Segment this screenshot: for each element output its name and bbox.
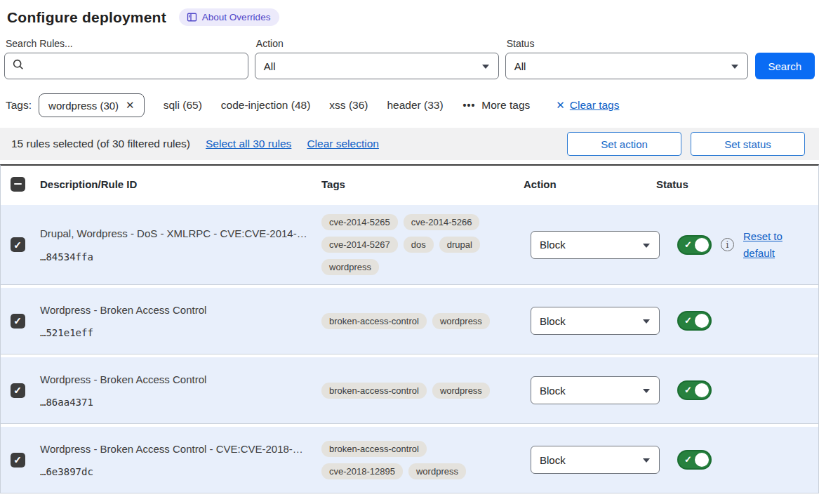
- tag-chip: wordpress: [432, 313, 490, 329]
- tag-chip: cve-2014-5266: [404, 214, 480, 230]
- toggle-check-icon: ✓: [684, 239, 692, 250]
- select-all-link[interactable]: Select all 30 rules: [206, 138, 291, 150]
- info-icon[interactable]: i: [721, 238, 734, 251]
- search-button[interactable]: Search: [755, 53, 815, 79]
- configure-deployment-page: Configure deployment About Overrides Sea…: [0, 8, 819, 493]
- row-checkbox[interactable]: ✓: [11, 453, 25, 467]
- rule-enabled-toggle[interactable]: ✓: [677, 450, 712, 470]
- rule-action-value: Block: [540, 315, 566, 327]
- about-overrides-label: About Overrides: [202, 12, 271, 22]
- row-checkbox[interactable]: ✓: [11, 237, 25, 252]
- row-checkbox-cell: ✓: [1, 383, 34, 398]
- column-header-tags: Tags: [315, 178, 517, 190]
- rule-action-select[interactable]: Block: [531, 376, 660, 404]
- search-rules-input[interactable]: [30, 60, 241, 72]
- selection-bar: 15 rules selected (of 30 filtered rules)…: [0, 128, 819, 160]
- chevron-down-icon: [643, 458, 650, 463]
- row-checkbox[interactable]: ✓: [11, 383, 25, 398]
- column-header-status: Status: [656, 178, 818, 190]
- chevron-down-icon: [643, 389, 650, 393]
- tag-xss[interactable]: xss (36): [329, 99, 368, 112]
- rule-action-select[interactable]: Block: [531, 231, 660, 259]
- toggle-check-icon: ✓: [684, 315, 692, 326]
- clear-tags-icon: ✕: [556, 99, 565, 112]
- status-filter-value: All: [514, 60, 526, 72]
- tag-sqli[interactable]: sqli (65): [164, 99, 202, 112]
- toggle-knob: [695, 383, 709, 397]
- table-row: ✓ Wordpress - Broken Access Control - CV…: [1, 427, 818, 493]
- chevron-down-icon: [482, 65, 489, 69]
- header-checkbox-cell: [1, 177, 34, 192]
- rule-action-value: Block: [540, 454, 566, 466]
- rule-action-select[interactable]: Block: [531, 307, 660, 335]
- page-header: Configure deployment About Overrides: [7, 8, 819, 26]
- search-rules-label: Search Rules...: [6, 38, 248, 49]
- table-header-row: Description/Rule ID Tags Action Status: [1, 166, 818, 202]
- tag-chip: wordpress: [432, 383, 490, 399]
- checkmark-icon: ✓: [13, 385, 22, 395]
- rule-tags-cell: cve-2014-5265cve-2014-5266cve-2014-5267d…: [315, 214, 517, 275]
- column-header-description: Description/Rule ID: [34, 178, 315, 190]
- clear-tags-label: Clear tags: [570, 99, 620, 112]
- ellipsis-icon: •••: [463, 100, 476, 111]
- checkmark-icon: ✓: [13, 240, 22, 250]
- status-filter-group: Status All: [505, 38, 748, 79]
- select-all-checkbox[interactable]: [11, 177, 25, 192]
- chevron-down-icon: [643, 244, 650, 248]
- page-title: Configure deployment: [7, 9, 166, 26]
- rule-status-cell: ✓: [656, 311, 818, 331]
- more-tags-button[interactable]: ••• More tags: [463, 99, 531, 112]
- tag-header[interactable]: header (33): [387, 99, 443, 112]
- search-rules-box: [4, 53, 248, 79]
- chevron-down-icon: [643, 319, 650, 324]
- selected-tag-wordpress[interactable]: wordpress (30) ✕: [39, 93, 145, 117]
- tag-chip-list: broken-access-controlwordpress: [321, 313, 517, 329]
- rule-enabled-toggle[interactable]: ✓: [677, 380, 712, 400]
- filter-bar: Search Rules... Action All Status: [4, 38, 815, 79]
- action-filter-select[interactable]: All: [255, 53, 499, 79]
- rule-description-cell: Drupal, Wordpress - DoS - XMLRPC - CVE:C…: [34, 227, 315, 262]
- tag-chip-list: broken-access-controlcve-2018-12895wordp…: [321, 441, 517, 479]
- tag-chip: drupal: [439, 237, 480, 253]
- search-rules-field-group: Search Rules...: [4, 38, 248, 79]
- clear-selection-link[interactable]: Clear selection: [307, 138, 379, 150]
- table-row: ✓ Wordpress - Broken Access Control …86a…: [1, 357, 818, 424]
- rule-enabled-toggle[interactable]: ✓: [677, 311, 712, 331]
- column-header-action: Action: [517, 178, 656, 190]
- row-checkbox-cell: ✓: [1, 237, 34, 252]
- tag-code-injection[interactable]: code-injection (48): [221, 99, 311, 112]
- row-checkbox[interactable]: ✓: [11, 314, 25, 329]
- toggle-check-icon: ✓: [684, 385, 692, 395]
- set-status-button[interactable]: Set status: [691, 132, 805, 156]
- tag-chip: cve-2018-12895: [321, 463, 403, 479]
- rule-tags-cell: broken-access-controlcve-2018-12895wordp…: [315, 441, 517, 479]
- row-checkbox-cell: ✓: [1, 314, 34, 329]
- rule-action-value: Block: [540, 239, 566, 251]
- toggle-knob: [695, 238, 709, 252]
- rule-action-select[interactable]: Block: [531, 446, 660, 474]
- tag-chip-list: cve-2014-5265cve-2014-5266cve-2014-5267d…: [321, 214, 517, 275]
- rule-tags-cell: broken-access-controlwordpress: [315, 313, 517, 329]
- set-action-button[interactable]: Set action: [567, 132, 681, 156]
- toggle-knob: [695, 453, 709, 467]
- rule-id: …86aa4371: [40, 397, 315, 408]
- rule-action-cell: Block: [517, 231, 656, 259]
- reset-to-default-link[interactable]: Reset to default: [743, 228, 792, 262]
- row-checkbox-cell: ✓: [1, 453, 34, 467]
- tag-chip-list: broken-access-controlwordpress: [321, 383, 517, 399]
- table-row: ✓ Drupal, Wordpress - DoS - XMLRPC - CVE…: [1, 205, 818, 285]
- rule-status-cell: ✓ i Reset to default: [656, 228, 818, 262]
- about-overrides-badge[interactable]: About Overrides: [179, 8, 280, 26]
- tags-label: Tags:: [6, 99, 32, 112]
- clear-tags-button[interactable]: ✕ Clear tags: [556, 99, 619, 112]
- rule-status-cell: ✓: [656, 380, 818, 400]
- remove-tag-icon[interactable]: ✕: [126, 99, 135, 112]
- rule-action-cell: Block: [517, 376, 656, 404]
- tag-chip: dos: [404, 237, 434, 253]
- status-filter-select[interactable]: All: [505, 53, 748, 79]
- more-tags-label: More tags: [481, 99, 530, 112]
- indeterminate-icon: [14, 183, 22, 185]
- rule-description: Wordpress - Broken Access Control: [40, 303, 315, 317]
- toggle-knob: [695, 314, 709, 328]
- rule-enabled-toggle[interactable]: ✓: [677, 235, 712, 255]
